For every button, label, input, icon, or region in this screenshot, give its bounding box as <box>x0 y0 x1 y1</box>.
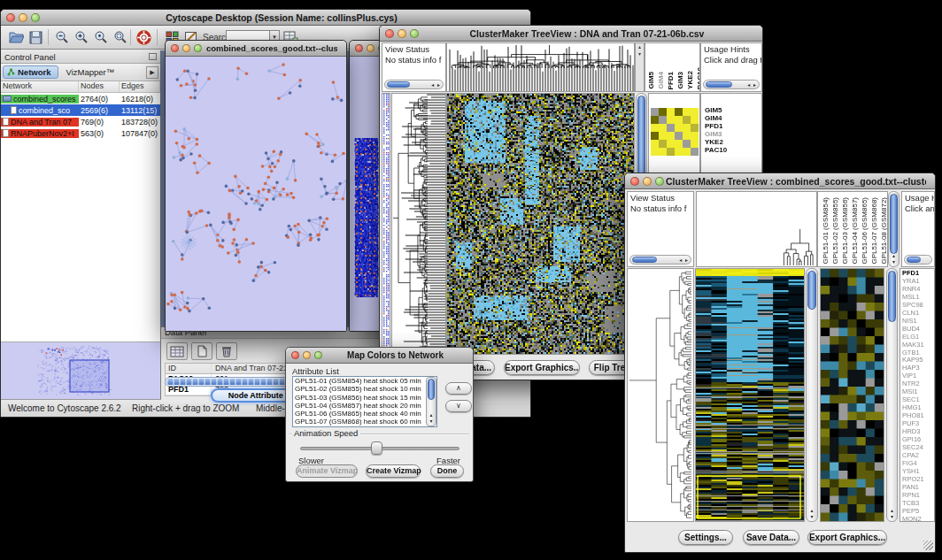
cluster-row-label[interactable]: YKE2 <box>705 138 761 146</box>
column-dendrogram-canvas[interactable] <box>697 192 816 266</box>
resize-grip[interactable] <box>923 541 933 550</box>
attribute-select-button[interactable] <box>166 342 188 360</box>
zoom-button[interactable] <box>314 351 322 359</box>
scroll-thumb[interactable] <box>632 257 657 263</box>
attribute-list-item[interactable]: GPL51-04 (GSM857) heat shock 20 min <box>293 402 436 410</box>
heatmap-canvas[interactable] <box>696 269 804 521</box>
zoom-fit-icon[interactable] <box>112 29 128 45</box>
zoom-heatmap-panel[interactable] <box>820 268 884 522</box>
slider-thumb[interactable] <box>371 441 382 455</box>
zoom-button[interactable] <box>410 29 419 38</box>
row-dendrogram-panel[interactable] <box>391 93 446 355</box>
cluster-column-label[interactable]: GIM5 <box>647 72 656 89</box>
dialog-titlebar[interactable]: Map Colors to Network <box>286 348 473 364</box>
cluster-column-label[interactable]: YKE2 <box>686 71 695 89</box>
splitter-arrows[interactable]: ▴▾ <box>635 42 645 92</box>
array-label[interactable]: GPL51-02 (GSM855) <box>830 197 840 265</box>
scroll-arrows[interactable]: ◂ ▸ <box>431 81 441 88</box>
attribute-list-item[interactable]: GPL51-02 (GSM855) heat shock 10 min <box>293 385 436 393</box>
scroll-thumb[interactable] <box>890 194 898 254</box>
col-id[interactable]: ID <box>166 364 212 373</box>
close-button[interactable] <box>630 177 639 186</box>
zoom-in-icon[interactable] <box>73 29 89 45</box>
attribute-list-item[interactable]: GPL51-03 (GSM856) heat shock 15 min <box>293 394 436 402</box>
array-label[interactable]: GPL51-08 (GSM872) <box>879 197 888 265</box>
array-label[interactable]: GPL51-06 (GSM865) <box>860 197 869 265</box>
col-nodes[interactable]: Nodes <box>79 81 120 92</box>
move-down-button[interactable]: ∨ <box>445 400 472 412</box>
col-network[interactable]: Network <box>1 81 79 92</box>
new-attribute-button[interactable] <box>191 342 212 360</box>
cluster-row-label[interactable]: GIM5 <box>705 106 761 114</box>
cluster-column-label[interactable]: PFD1 <box>667 72 676 89</box>
cluster-mini-heatmap[interactable] <box>651 108 699 156</box>
create-vizmap-button[interactable]: Create Vizmap <box>366 464 421 478</box>
network1-canvas[interactable] <box>166 57 346 331</box>
zoom-button[interactable] <box>31 13 40 22</box>
network-row[interactable]: combined_scores2764(0)16218(0) <box>1 93 160 104</box>
column-dendrogram-panel[interactable] <box>446 42 635 92</box>
array-label[interactable]: GPL51-04 (GSM857) <box>850 197 860 265</box>
minimize-button[interactable] <box>643 177 652 186</box>
close-button[interactable] <box>291 351 299 359</box>
zoom-selected-icon[interactable] <box>93 29 109 45</box>
column-dendrogram-canvas[interactable] <box>447 43 634 91</box>
close-button[interactable] <box>171 44 179 52</box>
scroll-arrows[interactable]: ▴▾ <box>807 508 817 520</box>
scroll-thumb[interactable] <box>907 257 921 263</box>
usage-hints-scrollbar[interactable] <box>904 255 932 265</box>
animate-vizmap-button[interactable]: Animate Vizmap <box>296 464 358 478</box>
view-status-scrollbar[interactable]: ◂ ▸ <box>629 255 691 265</box>
main-titlebar[interactable]: Cytoscape Desktop (Session Name: collins… <box>1 10 530 26</box>
minimize-button[interactable] <box>398 29 406 38</box>
cluster-row-label[interactable]: GIM3 <box>705 130 761 138</box>
row-dendrogram-canvas[interactable] <box>628 269 693 521</box>
zoom-out-icon[interactable] <box>54 29 70 45</box>
gene-list-scrollbar[interactable]: ▴▾ <box>886 268 898 522</box>
close-button[interactable] <box>355 44 363 52</box>
cluster-column-label[interactable]: GIM4 <box>657 72 666 89</box>
scroll-thumb[interactable] <box>387 81 410 88</box>
export-graphics-button[interactable]: Export Graphics... <box>504 360 580 375</box>
array-label[interactable]: GPL51-01 (GSM854) <box>821 197 830 265</box>
delete-attribute-button[interactable] <box>216 342 237 360</box>
attribute-list-item[interactable]: GPL51-06 (GSM865) heat shock 40 min <box>293 410 436 418</box>
birdseye-view[interactable] <box>1 342 160 399</box>
gene-label[interactable]: MON2 <box>902 516 934 522</box>
attribute-list-item[interactable]: GPL51-01 (GSM854) heat shock 05 min <box>293 377 436 385</box>
minimize-button[interactable] <box>182 44 190 52</box>
save-button[interactable] <box>27 29 43 45</box>
zoom-button[interactable] <box>655 177 664 186</box>
network-row[interactable]: combined_sco2569(6)13112(15) <box>1 104 160 116</box>
scroll-arrows[interactable]: ◂ ▸ <box>747 81 757 88</box>
array-label[interactable]: GPL51-07 (GSM868) <box>869 197 879 265</box>
array-vscrollbar[interactable]: ▴▾ <box>888 191 900 267</box>
heatmap-panel[interactable] <box>695 268 805 522</box>
global-overview-canvas[interactable] <box>382 94 390 354</box>
row-dendrogram-panel[interactable] <box>627 268 694 522</box>
treeview1-titlebar[interactable]: ClusterMaker TreeView : DNA and Tran 07-… <box>380 26 762 42</box>
move-up-button[interactable]: ∧ <box>445 382 472 395</box>
row-dendrogram-canvas[interactable] <box>392 94 445 354</box>
attribute-list-scrollbar[interactable]: ▴▾ <box>426 377 436 426</box>
scroll-arrows[interactable]: ▴▾ <box>889 253 899 265</box>
attribute-list-item[interactable]: GPL51-07 (GSM868) heat shock 60 min <box>293 418 436 426</box>
export-graphics-button[interactable]: Export Graphics... <box>807 530 887 545</box>
tab-network[interactable]: Network <box>3 65 58 79</box>
zoom-button[interactable] <box>194 44 202 52</box>
float-panel-icon[interactable] <box>149 53 157 60</box>
tab-overflow-arrow[interactable]: ▶ <box>146 66 158 79</box>
scroll-thumb[interactable] <box>706 81 732 88</box>
scroll-arrows[interactable]: ▴▾ <box>427 412 436 425</box>
done-button[interactable]: Done <box>430 464 464 478</box>
minimize-button[interactable] <box>367 44 374 52</box>
birdseye-canvas[interactable] <box>1 342 159 399</box>
col-edges[interactable]: Edges <box>120 81 160 92</box>
cluster-column-label[interactable]: GIM3 <box>676 72 685 89</box>
zoom-heatmap-canvas[interactable] <box>821 269 884 521</box>
heatmap-canvas[interactable] <box>447 94 634 354</box>
network-row[interactable]: RNAPuberNov2+I563(0)107847(0) <box>1 127 160 139</box>
network1-titlebar[interactable]: combined_scores_good.txt--cluste... <box>166 41 346 57</box>
usage-hints-scrollbar[interactable]: ◂ ▸ <box>703 80 760 89</box>
column-dendrogram-panel[interactable] <box>696 191 817 267</box>
